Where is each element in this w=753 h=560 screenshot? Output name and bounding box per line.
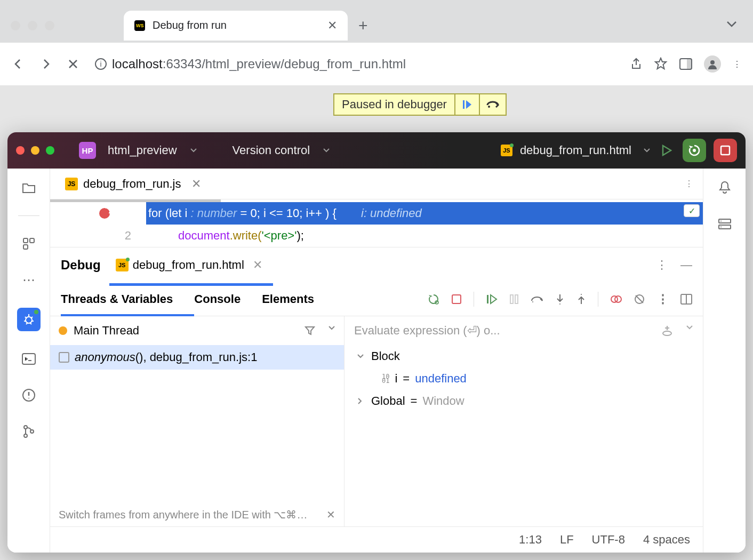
debugger-paused-overlay: Paused in debugger: [333, 93, 507, 116]
browser-menu-icon[interactable]: ⋮: [733, 59, 741, 69]
step-into-icon[interactable]: [555, 293, 565, 305]
notifications-icon[interactable]: [716, 179, 733, 196]
view-breakpoints-icon[interactable]: [610, 293, 622, 305]
tab-close-icon[interactable]: ✕: [327, 19, 337, 33]
minimize-panel-icon[interactable]: —: [680, 258, 692, 272]
share-icon[interactable]: [630, 58, 642, 70]
browser-tab[interactable]: WS Debug from run ✕: [124, 11, 348, 41]
project-tool-icon[interactable]: [20, 179, 37, 196]
window-min-dot[interactable]: [28, 21, 37, 30]
svg-rect-8: [721, 146, 730, 155]
debug-more-icon[interactable]: ⋮: [656, 258, 668, 272]
runconfig-chevron-icon[interactable]: [643, 148, 651, 153]
ide-close-dot[interactable]: [16, 146, 25, 155]
pause-icon[interactable]: [509, 294, 519, 305]
var-scope-block[interactable]: Block: [345, 345, 703, 367]
debug-toolbar: ⋮: [428, 292, 692, 307]
rerun-icon[interactable]: [428, 293, 439, 305]
dismiss-tip-icon[interactable]: ✕: [326, 508, 335, 521]
ide-right-sidebar: [703, 169, 746, 553]
thread-header[interactable]: Main Thread: [50, 316, 344, 345]
current-run-config[interactable]: debug_from_run.html: [520, 143, 631, 157]
structure-tool-icon[interactable]: [20, 235, 37, 252]
more-tool-icon[interactable]: ⋯: [20, 271, 37, 289]
file-encoding[interactable]: UTF-8: [592, 533, 625, 547]
ide-titlebar-right: JS debug_from_run.html: [501, 139, 737, 162]
inspection-ok-icon[interactable]: ✓: [684, 204, 700, 217]
url-field[interactable]: i localhost:63343/html_preview/debug_fro…: [95, 57, 618, 71]
mute-breakpoints-icon[interactable]: [634, 293, 645, 305]
git-tool-icon[interactable]: [20, 423, 37, 440]
primitive-icon: 1001: [382, 374, 389, 383]
tab-elements[interactable]: Elements: [262, 292, 314, 306]
thread-chevron-icon[interactable]: [328, 325, 335, 336]
tabs-menu-chevron-icon[interactable]: [726, 20, 737, 28]
step-over-icon[interactable]: [531, 294, 543, 304]
editor-tabs-menu-icon[interactable]: ⋮: [685, 179, 693, 189]
status-bar: 1:13 LF UTF-8 4 spaces: [50, 527, 703, 553]
window-max-dot[interactable]: [45, 21, 54, 30]
debug-session-tab[interactable]: JS debug_from_run.html ✕: [111, 255, 267, 275]
new-tab-button[interactable]: +: [358, 17, 368, 35]
ide-max-dot[interactable]: [46, 146, 54, 155]
line-number: 2: [125, 229, 131, 243]
layout-icon[interactable]: [680, 294, 692, 305]
window-close-dot[interactable]: [11, 21, 20, 30]
profile-avatar-icon[interactable]: [704, 55, 721, 73]
debug-settings-icon[interactable]: ⋮: [657, 292, 669, 306]
line-separator[interactable]: LF: [560, 533, 574, 547]
code-line-2[interactable]: 2 document.write('<pre>');: [50, 225, 703, 247]
filter-icon[interactable]: [305, 325, 315, 336]
svg-point-15: [24, 426, 27, 429]
ide-min-dot[interactable]: [31, 146, 39, 155]
back-button[interactable]: [12, 58, 27, 70]
chevron-right-icon[interactable]: [357, 398, 366, 404]
var-name: i: [395, 372, 397, 386]
project-chevron-icon[interactable]: [190, 148, 197, 153]
run-button[interactable]: [658, 142, 675, 159]
svg-rect-5: [463, 100, 464, 109]
debugger-paused-text: Paused in debugger: [334, 94, 454, 115]
ide-traffic-lights: [16, 146, 54, 155]
breakpoint-icon[interactable]: [99, 208, 110, 219]
close-tab-icon[interactable]: ✕: [191, 177, 201, 191]
reload-stop-button[interactable]: [67, 58, 82, 70]
debugger-step-button[interactable]: [479, 94, 506, 115]
svg-rect-20: [487, 295, 488, 303]
database-tool-icon[interactable]: [716, 215, 733, 233]
tab-threads-variables[interactable]: Threads & Variables: [61, 292, 173, 306]
resume-icon[interactable]: [486, 293, 498, 305]
tab-console[interactable]: Console: [194, 292, 241, 306]
forward-button[interactable]: [39, 58, 54, 70]
var-scope-global[interactable]: Global = Window: [345, 390, 703, 412]
variable-i[interactable]: 1001 i = undefined: [345, 367, 703, 390]
site-info-icon[interactable]: i: [95, 58, 107, 70]
problems-tool-icon[interactable]: [20, 387, 37, 404]
svg-point-4: [710, 60, 715, 65]
url-path: :63343/html_preview/debug_from_run.html: [163, 57, 406, 71]
cursor-position[interactable]: 1:13: [519, 533, 542, 547]
indent-setting[interactable]: 4 spaces: [643, 533, 690, 547]
stop-icon[interactable]: [451, 294, 462, 305]
add-watch-icon[interactable]: [661, 325, 673, 337]
rerun-debug-button[interactable]: [683, 139, 706, 162]
close-session-icon[interactable]: ✕: [253, 258, 262, 272]
vc-chevron-icon[interactable]: [323, 148, 330, 153]
vars-chevron-icon[interactable]: [686, 325, 693, 337]
debugger-resume-button[interactable]: [454, 94, 479, 115]
code-line-1[interactable]: for (let i : number = 0; i <= 10; i++ ) …: [50, 202, 703, 225]
debug-tool-icon[interactable]: [17, 308, 41, 331]
version-control-menu[interactable]: Version control: [233, 143, 310, 157]
step-out-icon[interactable]: [576, 293, 586, 305]
side-panel-icon[interactable]: [679, 58, 692, 70]
evaluate-expression-field[interactable]: Evaluate expression (⏎) o...: [345, 316, 703, 345]
stop-button[interactable]: [714, 139, 737, 162]
chevron-down-icon[interactable]: [357, 354, 366, 359]
editor-tab[interactable]: JS debug_from_run.js ✕: [60, 174, 206, 194]
project-name[interactable]: html_preview: [108, 143, 177, 157]
stack-frame[interactable]: anonymous(), debug_from_run.js:1: [50, 345, 344, 370]
terminal-tool-icon[interactable]: [20, 350, 37, 367]
tab-title: Debug from run: [153, 19, 327, 31]
code-editor[interactable]: for (let i : number = 0; i <= 10; i++ ) …: [50, 202, 703, 247]
bookmark-star-icon[interactable]: [654, 57, 668, 71]
